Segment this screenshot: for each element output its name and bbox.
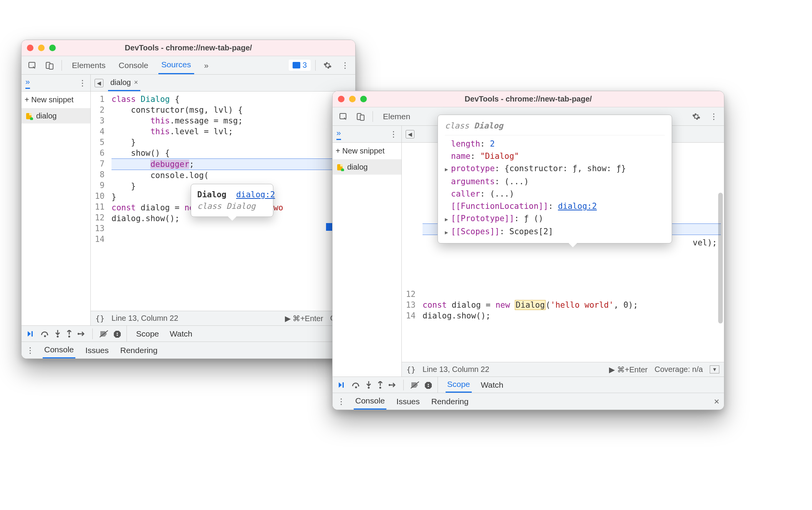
panel-tabs: Elements Console Sources »: [69, 56, 211, 74]
step-icon[interactable]: [389, 382, 396, 388]
minimize-icon[interactable]: [38, 45, 45, 51]
snippet-file-icon: [336, 163, 344, 171]
drawer-menu-icon[interactable]: ⋮: [337, 397, 345, 406]
drawer-tab-rendering[interactable]: Rendering: [430, 393, 470, 410]
svg-point-7: [44, 335, 46, 337]
device-toggle-icon[interactable]: [353, 110, 368, 123]
source-subbar: » ⋮ ◀ dialog ×: [22, 75, 355, 92]
deactivate-breakpoints-icon[interactable]: [411, 382, 419, 388]
tab-elements[interactable]: Elements: [69, 56, 109, 74]
format-button[interactable]: {}: [95, 314, 105, 323]
drawer-tab-issues[interactable]: Issues: [84, 342, 110, 358]
step-over-icon[interactable]: [352, 382, 360, 388]
tooltip-source-link[interactable]: dialog:2: [236, 190, 275, 199]
drawer-tab-console[interactable]: Console: [354, 393, 386, 410]
resume-icon[interactable]: [27, 330, 35, 337]
pause-exceptions-icon[interactable]: [424, 381, 432, 389]
titlebar: DevTools - chrome://new-tab-page/: [22, 40, 355, 56]
svg-point-21: [368, 387, 370, 388]
zoom-icon[interactable]: [49, 45, 56, 51]
menu-icon[interactable]: ⋮: [338, 58, 352, 72]
step-icon[interactable]: [78, 331, 85, 337]
settings-icon[interactable]: [689, 110, 704, 123]
inspect-icon[interactable]: [336, 110, 350, 123]
tab-more[interactable]: »: [201, 56, 212, 74]
snippets-sidebar: + New snippet dialog: [22, 92, 91, 325]
coverage-label: Coverage: n/a: [654, 365, 703, 374]
run-snippet-button[interactable]: ▶ ⌘+Enter: [609, 365, 647, 374]
step-over-icon[interactable]: [41, 330, 49, 337]
close-tab-icon[interactable]: ×: [134, 78, 138, 87]
snippet-item[interactable]: dialog: [333, 160, 401, 175]
close-icon[interactable]: [27, 45, 33, 51]
watch-tab[interactable]: Watch: [479, 377, 505, 393]
drawer-tab-console[interactable]: Console: [43, 342, 75, 358]
hover-tooltip: Dialog dialog:2 class Dialog: [191, 184, 273, 217]
scope-tab[interactable]: Scope: [135, 326, 161, 342]
svg-point-9: [68, 335, 70, 337]
cursor-position: Line 13, Column 22: [423, 365, 489, 374]
svg-rect-19: [343, 382, 344, 388]
drawer-tab-issues[interactable]: Issues: [395, 393, 421, 410]
snippet-file-icon: [25, 112, 33, 120]
file-tab-dialog[interactable]: dialog ×: [108, 75, 140, 91]
nav-prev-icon[interactable]: ◀: [406, 130, 414, 138]
inspect-icon[interactable]: [25, 59, 39, 72]
coverage-dropdown-icon[interactable]: ▼: [710, 365, 719, 373]
drawer-menu-icon[interactable]: ⋮: [26, 346, 34, 355]
close-drawer-icon[interactable]: ×: [714, 396, 719, 407]
new-snippet-button[interactable]: + New snippet: [333, 143, 401, 160]
svg-rect-11: [117, 333, 118, 334]
svg-rect-2: [49, 64, 53, 69]
tab-sources[interactable]: Sources: [158, 56, 194, 74]
drawer-tab-rendering[interactable]: Rendering: [119, 342, 159, 358]
deactivate-breakpoints-icon[interactable]: [100, 330, 108, 337]
object-preview-tooltip: class Dialog length: 2name: "Dialog"▶pro…: [438, 115, 672, 243]
format-button[interactable]: {}: [406, 365, 416, 374]
tab-elements[interactable]: Elemen: [380, 107, 413, 125]
devtools-window-left: DevTools - chrome://new-tab-page/ Elemen…: [21, 40, 356, 359]
step-out-icon[interactable]: [66, 330, 72, 338]
cursor-position: Line 13, Column 22: [111, 314, 178, 323]
scope-tab[interactable]: Scope: [446, 377, 472, 393]
navigator-menu-icon[interactable]: ⋮: [389, 130, 398, 139]
settings-icon[interactable]: [320, 59, 335, 72]
svg-rect-13: [340, 113, 346, 119]
watch-tab[interactable]: Watch: [168, 326, 194, 342]
menu-icon[interactable]: ⋮: [707, 110, 721, 123]
tab-console[interactable]: Console: [116, 56, 151, 74]
debug-toolbar: Scope Watch: [333, 377, 724, 393]
zoom-icon[interactable]: [360, 96, 367, 102]
svg-point-22: [379, 387, 381, 388]
svg-rect-17: [340, 164, 343, 167]
nav-prev-icon[interactable]: ◀: [95, 79, 103, 87]
toolbar: Elements Console Sources » 3 ⋮: [22, 56, 355, 75]
minimize-icon[interactable]: [349, 96, 356, 102]
step-out-icon[interactable]: [377, 381, 383, 389]
window-title: DevTools - chrome://new-tab-page/: [22, 43, 355, 52]
titlebar: DevTools - chrome://new-tab-page/: [333, 91, 724, 107]
scrollbar[interactable]: [718, 193, 723, 323]
navigator-chevron[interactable]: »: [336, 128, 341, 140]
step-into-icon[interactable]: [366, 381, 372, 389]
svg-rect-25: [428, 386, 429, 387]
partial-code: vel);: [693, 237, 717, 248]
gutter: 1234567891011121314: [91, 92, 108, 311]
snippet-item[interactable]: dialog: [22, 108, 90, 123]
panel-tabs: Elemen: [380, 107, 413, 125]
editor-statusbar: {} Line 13, Column 22 ▶ ⌘+Enter Coverage…: [402, 362, 724, 377]
pause-exceptions-icon[interactable]: [113, 330, 121, 338]
navigator-menu-icon[interactable]: ⋮: [78, 78, 87, 88]
svg-rect-0: [29, 62, 35, 68]
device-toggle-icon[interactable]: [42, 59, 57, 72]
window-title: DevTools - chrome://new-tab-page/: [333, 95, 724, 103]
resume-icon[interactable]: [338, 382, 346, 388]
issues-badge[interactable]: 3: [289, 60, 311, 71]
code-area[interactable]: 1234567891011121314 class Dialog { const…: [91, 92, 355, 311]
close-icon[interactable]: [338, 96, 344, 102]
svg-point-20: [355, 386, 357, 388]
step-into-icon[interactable]: [55, 330, 61, 338]
new-snippet-button[interactable]: + New snippet: [22, 92, 90, 108]
navigator-chevron[interactable]: »: [25, 77, 30, 89]
run-snippet-button[interactable]: ▶ ⌘+Enter: [285, 314, 323, 323]
